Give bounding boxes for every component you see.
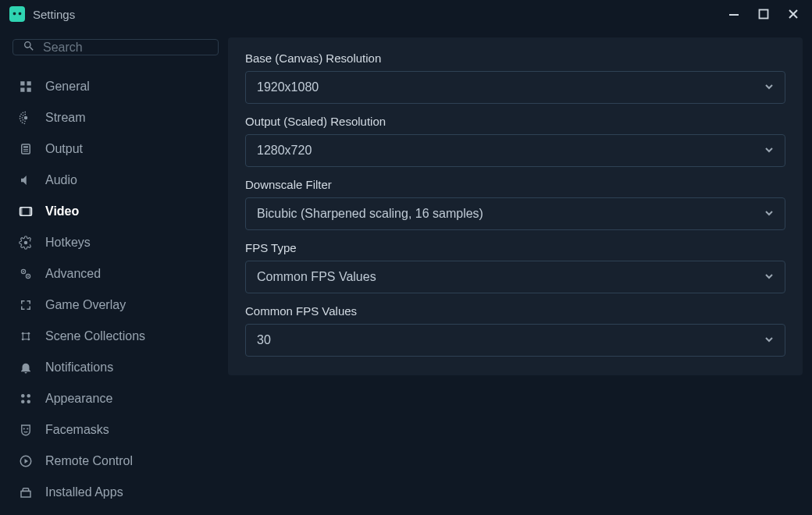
svg-rect-6 bbox=[20, 88, 24, 92]
sidebar-item-remote-control[interactable]: Remote Control bbox=[12, 446, 219, 477]
chevron-down-icon bbox=[764, 80, 774, 94]
sidebar-item-video[interactable]: Video bbox=[12, 196, 219, 227]
downscale-filter-label: Downscale Filter bbox=[245, 178, 785, 191]
maximize-button[interactable] bbox=[756, 6, 771, 22]
base-resolution-select[interactable]: 1920x1080 bbox=[245, 71, 785, 104]
titlebar: Settings bbox=[0, 0, 812, 28]
svg-point-25 bbox=[21, 394, 25, 398]
svg-point-21 bbox=[22, 332, 24, 335]
svg-point-23 bbox=[22, 338, 24, 340]
sidebar-item-label: General bbox=[45, 80, 90, 94]
downscale-filter-select[interactable]: Bicubic (Sharpened scaling, 16 samples) bbox=[245, 197, 785, 230]
minimize-button[interactable] bbox=[726, 6, 742, 22]
downscale-filter-value: Bicubic (Sharpened scaling, 16 samples) bbox=[257, 207, 483, 221]
scene-collections-icon bbox=[17, 328, 34, 345]
svg-point-29 bbox=[23, 428, 25, 429]
sidebar-item-label: Remote Control bbox=[45, 454, 133, 468]
common-fps-value: 30 bbox=[257, 333, 271, 347]
svg-point-26 bbox=[27, 394, 31, 398]
sidebar-item-installed-apps[interactable]: Installed Apps bbox=[12, 477, 219, 508]
game-overlay-icon bbox=[17, 297, 34, 314]
general-icon bbox=[17, 78, 34, 95]
advanced-icon bbox=[17, 265, 34, 282]
video-icon bbox=[17, 203, 34, 220]
svg-point-8 bbox=[24, 116, 28, 120]
svg-point-24 bbox=[27, 338, 30, 340]
hotkeys-icon bbox=[17, 234, 34, 251]
chevron-down-icon bbox=[764, 333, 774, 347]
notifications-icon bbox=[17, 359, 34, 376]
svg-rect-12 bbox=[23, 151, 28, 151]
search-input[interactable] bbox=[43, 41, 208, 55]
sidebar-item-label: Installed Apps bbox=[45, 485, 123, 499]
output-resolution-value: 1280x720 bbox=[257, 144, 312, 158]
sidebar-item-label: Notifications bbox=[45, 360, 113, 375]
output-resolution-select[interactable]: 1280x720 bbox=[245, 134, 785, 167]
sidebar-item-advanced[interactable]: Advanced bbox=[12, 258, 219, 289]
svg-rect-4 bbox=[20, 81, 24, 85]
fps-type-select[interactable]: Common FPS Values bbox=[245, 261, 785, 293]
svg-rect-0 bbox=[13, 12, 16, 16]
sidebar-item-game-overlay[interactable]: Game Overlay bbox=[12, 289, 219, 321]
audio-icon bbox=[17, 172, 34, 189]
chevron-down-icon bbox=[764, 144, 774, 158]
svg-rect-5 bbox=[27, 81, 31, 85]
sidebar-item-label: Game Overlay bbox=[45, 298, 126, 312]
sidebar-item-appearance[interactable]: Appearance bbox=[12, 383, 219, 414]
sidebar-item-label: Audio bbox=[45, 173, 77, 187]
sidebar-item-hotkeys[interactable]: Hotkeys bbox=[12, 227, 219, 258]
sidebar-item-label: Stream bbox=[45, 111, 86, 125]
fps-type-value: Common FPS Values bbox=[257, 270, 376, 284]
svg-point-30 bbox=[27, 428, 28, 429]
sidebar-item-notifications[interactable]: Notifications bbox=[12, 352, 219, 383]
sidebar-item-scene-collections[interactable]: Scene Collections bbox=[12, 321, 219, 352]
search-box[interactable] bbox=[12, 39, 219, 55]
base-resolution-label: Base (Canvas) Resolution bbox=[245, 52, 785, 65]
svg-point-27 bbox=[21, 400, 25, 404]
common-fps-label: Common FPS Values bbox=[245, 304, 785, 318]
sidebar-item-label: Scene Collections bbox=[45, 329, 145, 343]
sidebar-item-output[interactable]: Output bbox=[12, 133, 219, 165]
common-fps-select[interactable]: 30 bbox=[245, 324, 785, 357]
svg-point-19 bbox=[23, 271, 24, 272]
svg-rect-3 bbox=[760, 10, 768, 19]
sidebar-item-facemasks[interactable]: Facemasks bbox=[12, 414, 219, 446]
svg-point-28 bbox=[27, 400, 31, 404]
sidebar-item-audio[interactable]: Audio bbox=[12, 165, 219, 196]
sidebar-nav: GeneralStreamOutputAudioVideoHotkeysAdva… bbox=[12, 71, 219, 508]
svg-rect-7 bbox=[27, 88, 31, 92]
sidebar-item-label: Advanced bbox=[45, 267, 101, 281]
sidebar-item-label: Appearance bbox=[45, 392, 112, 406]
svg-point-20 bbox=[27, 275, 29, 277]
appearance-icon bbox=[17, 390, 34, 407]
facemasks-icon bbox=[17, 421, 34, 439]
sidebar: GeneralStreamOutputAudioVideoHotkeysAdva… bbox=[0, 28, 228, 515]
output-resolution-label: Output (Scaled) Resolution bbox=[245, 115, 785, 128]
chevron-down-icon bbox=[764, 207, 774, 221]
sidebar-item-label: Output bbox=[45, 142, 83, 156]
svg-rect-1 bbox=[19, 12, 22, 16]
sidebar-item-label: Facemasks bbox=[45, 423, 109, 437]
svg-rect-14 bbox=[20, 208, 23, 216]
search-icon bbox=[23, 40, 35, 55]
svg-point-16 bbox=[24, 241, 28, 245]
sidebar-item-label: Hotkeys bbox=[45, 236, 91, 250]
installed-apps-icon bbox=[17, 484, 34, 501]
sidebar-item-general[interactable]: General bbox=[12, 71, 219, 102]
stream-icon bbox=[17, 109, 34, 126]
svg-rect-15 bbox=[30, 208, 32, 216]
svg-rect-2 bbox=[729, 14, 739, 16]
chevron-down-icon bbox=[764, 270, 774, 284]
settings-panel: Base (Canvas) Resolution 1920x1080 Outpu… bbox=[228, 37, 803, 375]
close-button[interactable] bbox=[785, 6, 801, 22]
fps-type-label: FPS Type bbox=[245, 241, 785, 254]
remote-control-icon bbox=[17, 453, 34, 470]
output-icon bbox=[17, 140, 34, 158]
window-title: Settings bbox=[33, 8, 718, 21]
window-controls bbox=[726, 6, 804, 22]
sidebar-item-stream[interactable]: Stream bbox=[12, 102, 219, 133]
svg-rect-11 bbox=[23, 149, 28, 150]
sidebar-item-label: Video bbox=[45, 204, 79, 218]
app-icon bbox=[9, 6, 25, 22]
svg-point-22 bbox=[27, 332, 30, 335]
